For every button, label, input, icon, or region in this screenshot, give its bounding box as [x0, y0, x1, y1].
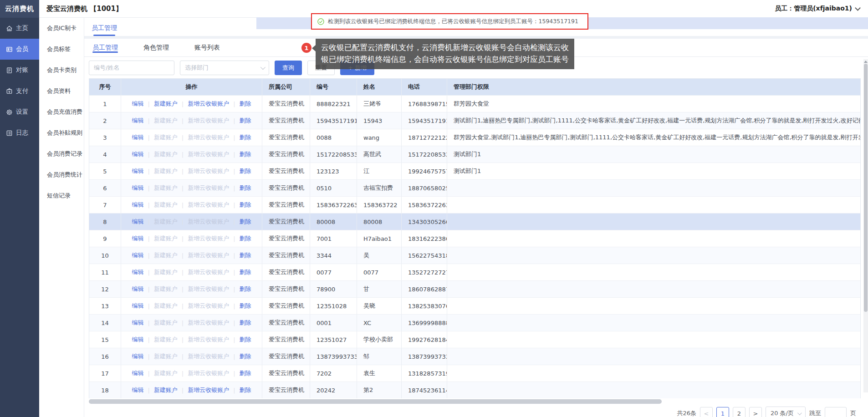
page-tab-employee[interactable]: 员工管理 — [92, 24, 117, 36]
new-cashier-account-link[interactable]: 新增云收银账户 — [188, 386, 229, 394]
sidebar-item-settings[interactable]: 设置 — [0, 102, 39, 122]
edit-link[interactable]: 编辑 — [132, 201, 143, 209]
new-cashier-account-link[interactable]: 新增云收银账户 — [188, 369, 229, 377]
delete-link[interactable]: 删除 — [240, 285, 251, 293]
new-account-link[interactable]: 新建账户 — [154, 218, 178, 226]
new-account-link[interactable]: 新建账户 — [154, 268, 178, 276]
tab-employee-management[interactable]: 员工管理 — [92, 39, 118, 56]
new-cashier-account-link[interactable]: 新增云收银账户 — [188, 100, 229, 108]
delete-link[interactable]: 删除 — [240, 302, 251, 310]
tab-role-management[interactable]: 角色管理 — [143, 39, 169, 56]
new-cashier-account-link[interactable]: 新增云收银账户 — [188, 319, 229, 327]
edit-link[interactable]: 编辑 — [132, 218, 143, 226]
keyword-input[interactable] — [89, 61, 174, 75]
scroll-up-icon[interactable] — [864, 61, 868, 63]
department-select[interactable]: 选择部门 — [180, 61, 269, 75]
vertical-scrollbar-thumb[interactable] — [864, 64, 868, 312]
edit-link[interactable]: 编辑 — [132, 100, 143, 108]
new-account-link[interactable]: 新建账户 — [154, 234, 178, 243]
new-cashier-account-link[interactable]: 新增云收银账户 — [188, 117, 229, 125]
delete-link[interactable]: 删除 — [240, 150, 251, 158]
submenu-item-consume-stats[interactable]: 会员消费统计 — [39, 164, 84, 185]
delete-link[interactable]: 删除 — [240, 251, 251, 259]
edit-link[interactable]: 编辑 — [132, 117, 143, 125]
vertical-scrollbar[interactable] — [863, 59, 868, 392]
submenu-item-ic-card[interactable]: 会员IC制卡 — [39, 18, 84, 39]
delete-link[interactable]: 删除 — [240, 218, 251, 226]
delete-link[interactable]: 删除 — [240, 100, 251, 108]
edit-link[interactable]: 编辑 — [132, 234, 143, 243]
submenu-item-subsidy[interactable]: 会员补贴规则 — [39, 122, 84, 143]
new-cashier-account-link[interactable]: 新增云收银账户 — [188, 218, 229, 226]
page-size-select[interactable]: 20 条/页 — [766, 407, 806, 417]
edit-link[interactable]: 编辑 — [132, 133, 143, 142]
new-cashier-account-link[interactable]: 新增云收银账户 — [188, 302, 229, 310]
new-account-link[interactable]: 新建账户 — [154, 133, 178, 142]
delete-link[interactable]: 删除 — [240, 369, 251, 377]
edit-link[interactable]: 编辑 — [132, 352, 143, 361]
new-account-link[interactable]: 新建账户 — [154, 369, 178, 377]
new-account-link[interactable]: 新建账户 — [154, 251, 178, 259]
query-button[interactable]: 查询 — [275, 61, 302, 75]
new-account-link[interactable]: 新建账户 — [154, 100, 178, 108]
edit-link[interactable]: 编辑 — [132, 150, 143, 158]
new-account-link[interactable]: 新建账户 — [154, 150, 178, 158]
delete-link[interactable]: 删除 — [240, 201, 251, 209]
delete-link[interactable]: 删除 — [240, 386, 251, 394]
new-account-link[interactable]: 新建账户 — [154, 201, 178, 209]
new-cashier-account-link[interactable]: 新增云收银账户 — [188, 150, 229, 158]
edit-link[interactable]: 编辑 — [132, 336, 143, 344]
new-cashier-account-link[interactable]: 新增云收银账户 — [188, 251, 229, 259]
new-cashier-account-link[interactable]: 新增云收银账户 — [188, 201, 229, 209]
horizontal-scrollbar[interactable] — [89, 399, 861, 404]
submenu-item-card-type[interactable]: 会员卡类别 — [39, 60, 84, 81]
prev-page-button[interactable]: < — [700, 407, 713, 417]
delete-link[interactable]: 删除 — [240, 352, 251, 361]
sidebar-item-payment[interactable]: 支付 — [0, 81, 39, 102]
new-account-link[interactable]: 新建账户 — [154, 302, 178, 310]
edit-link[interactable]: 编辑 — [132, 167, 143, 175]
submenu-item-tags[interactable]: 会员标签 — [39, 39, 84, 60]
new-account-link[interactable]: 新建账户 — [154, 336, 178, 344]
edit-link[interactable]: 编辑 — [132, 268, 143, 276]
new-cashier-account-link[interactable]: 新增云收银账户 — [188, 352, 229, 361]
user-menu[interactable]: 员工：管理员(xfjaibao1) — [775, 5, 860, 13]
sidebar-item-home[interactable]: 主页 — [0, 18, 39, 39]
delete-link[interactable]: 删除 — [240, 133, 251, 142]
delete-link[interactable]: 删除 — [240, 319, 251, 327]
edit-link[interactable]: 编辑 — [132, 386, 143, 394]
new-account-link[interactable]: 新建账户 — [154, 285, 178, 293]
new-cashier-account-link[interactable]: 新增云收银账户 — [188, 285, 229, 293]
new-account-link[interactable]: 新建账户 — [154, 117, 178, 125]
jump-page-input[interactable] — [825, 407, 847, 417]
horizontal-scrollbar-thumb[interactable] — [89, 399, 662, 404]
submenu-item-profile[interactable]: 会员资料 — [39, 81, 84, 102]
submenu-item-recharge[interactable]: 会员充值消费 — [39, 102, 84, 122]
edit-link[interactable]: 编辑 — [132, 302, 143, 310]
edit-link[interactable]: 编辑 — [132, 319, 143, 327]
new-cashier-account-link[interactable]: 新增云收银账户 — [188, 133, 229, 142]
new-cashier-account-link[interactable]: 新增云收银账户 — [188, 234, 229, 243]
page-button-2[interactable]: 2 — [733, 407, 745, 417]
new-account-link[interactable]: 新建账户 — [154, 386, 178, 394]
new-account-link[interactable]: 新建账户 — [154, 167, 178, 175]
new-cashier-account-link[interactable]: 新增云收银账户 — [188, 336, 229, 344]
new-account-link[interactable]: 新建账户 — [154, 184, 178, 192]
new-cashier-account-link[interactable]: 新增云收银账户 — [188, 184, 229, 192]
edit-link[interactable]: 编辑 — [132, 369, 143, 377]
new-account-link[interactable]: 新建账户 — [154, 352, 178, 361]
delete-link[interactable]: 删除 — [240, 336, 251, 344]
submenu-item-consume-records[interactable]: 会员消费记录 — [39, 143, 84, 164]
next-page-button[interactable]: > — [749, 407, 762, 417]
delete-link[interactable]: 删除 — [240, 268, 251, 276]
new-cashier-account-link[interactable]: 新增云收银账户 — [188, 268, 229, 276]
edit-link[interactable]: 编辑 — [132, 184, 143, 192]
sidebar-item-member[interactable]: 会员 — [0, 39, 39, 60]
edit-link[interactable]: 编辑 — [132, 251, 143, 259]
delete-link[interactable]: 删除 — [240, 184, 251, 192]
tab-account-list[interactable]: 账号列表 — [194, 39, 220, 56]
delete-link[interactable]: 删除 — [240, 167, 251, 175]
delete-link[interactable]: 删除 — [240, 117, 251, 125]
submenu-item-sms[interactable]: 短信记录 — [39, 185, 84, 206]
edit-link[interactable]: 编辑 — [132, 285, 143, 293]
